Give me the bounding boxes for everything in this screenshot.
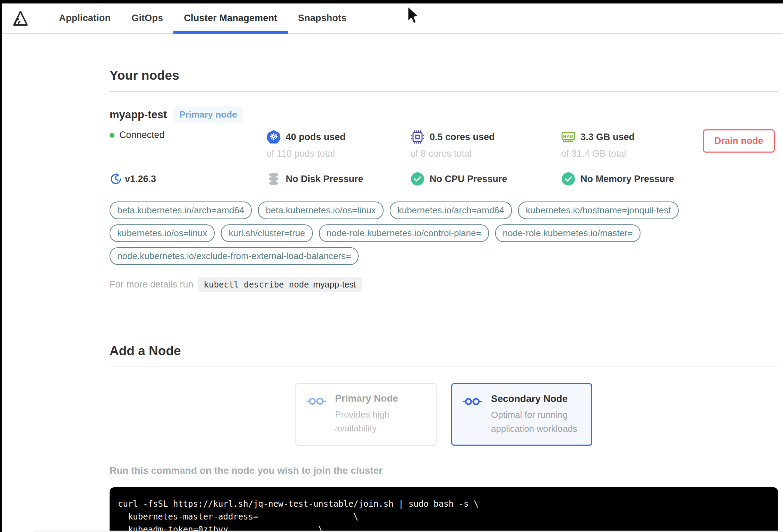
code-line: curl -fsSL https://kurl.sh/jq-new-test-u… [118,498,770,510]
node-name: myapp-test [110,109,167,121]
primary-node-option[interactable]: Primary Node Provides high availability [295,383,437,446]
disk-icon [266,172,281,186]
primary-node-badge: Primary node [174,106,242,123]
node-card: myapp-test Primary node Connected ☸ [110,92,778,292]
node-label-pill: kubernetes.io/arch=amd64 [390,201,512,219]
add-node-title: Add a Node [110,344,778,358]
bottom-edge-strip [33,531,783,532]
details-hint-row: For more details run kubectl describe no… [110,277,778,292]
node-label-pill: node-role.kubernetes.io/control-plane= [319,224,489,242]
top-nav: Application GitOps Cluster Management Sn… [2,3,783,34]
tab-snapshots[interactable]: Snapshots [288,3,357,33]
node-label-pill: beta.kubernetes.io/arch=amd64 [110,201,252,219]
main-content: Your nodes myapp-test Primary node Conne… [110,34,778,532]
cores-total: of 8 cores total [410,148,561,159]
tab-cluster-management[interactable]: Cluster Management [173,3,287,33]
secondary-node-option[interactable]: Secondary Node Optimal for running appli… [451,383,592,446]
kubectl-describe-chip: kubectl describe node myapp-test [198,277,362,292]
node-labels: beta.kubernetes.io/arch=amd64 beta.kuber… [110,201,716,265]
pods-total: of 110 pods total [266,148,410,159]
node-link-icon [463,397,482,436]
code-line: kubernetes-master-address= \ [118,510,770,523]
add-node-section: Add a Node Primary Node Provides high av… [110,344,778,532]
replicated-logo-icon [11,9,29,27]
tab-gitops[interactable]: GitOps [121,3,173,33]
cpu-icon [410,130,425,144]
ram-icon: RAM [561,130,576,144]
drain-node-button[interactable]: Drain node [703,129,775,153]
memory-pressure-condition: No Memory Pressure [561,172,778,186]
node-link-icon [307,396,326,436]
secondary-node-option-title: Secondary Node [491,393,578,404]
cores-stat: 0.5 cores used of 8 cores total [410,130,561,159]
app-window: Application GitOps Cluster Management Sn… [2,3,783,532]
tab-application[interactable]: Application [49,3,121,33]
version-history-icon [110,172,122,186]
disk-pressure-condition: No Disk Pressure [266,172,410,186]
details-hint: For more details run [110,279,193,290]
nav-tabs: Application GitOps Cluster Management Sn… [49,3,357,33]
node-label-pill: kubernetes.io/os=linux [110,224,215,242]
kubernetes-version: v1.26.3 [125,174,156,185]
svg-text:RAM: RAM [563,134,574,139]
check-icon [410,172,425,186]
pods-stat: ☸ 40 pods used of 110 pods total [266,130,410,159]
primary-node-option-title: Primary Node [335,393,422,404]
node-label-pill: beta.kubernetes.io/os=linux [258,201,383,219]
section-divider [110,367,778,367]
node-label-pill: node.kubernetes.io/exclude-from-external… [110,247,359,265]
join-command-instruction: Run this command on the node you wish to… [110,465,778,476]
primary-node-option-subtitle: Provides high availability [335,407,422,435]
connected-status: Connected [119,130,165,140]
node-label-pill: kurl.sh/cluster=true [221,224,312,242]
your-nodes-section: Your nodes myapp-test Primary node Conne… [110,34,778,292]
secondary-node-option-subtitle: Optimal for running application workload… [491,408,578,436]
connected-status-icon [110,133,114,138]
cpu-pressure-condition: No CPU Pressure [410,172,561,186]
your-nodes-title: Your nodes [110,68,778,83]
node-label-pill: kubernetes.io/hostname=jonquil-test [518,201,678,219]
node-label-pill: node-role.kubernetes.io/master= [495,224,640,242]
check-icon [561,172,576,186]
join-command-code-block: curl -fsSL https://kurl.sh/jq-new-test-u… [110,487,778,532]
node-stats-grid: Connected ☸ 40 pods used of 110 pods tot… [110,130,778,186]
kubernetes-icon: ☸ [266,130,281,144]
node-type-options: Primary Node Provides high availability … [110,383,778,446]
